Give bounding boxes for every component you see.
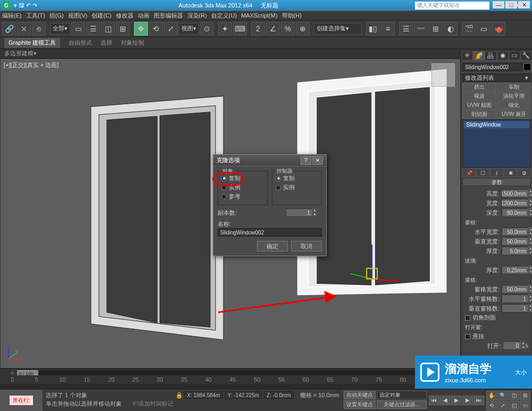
scale-icon[interactable]: ⤢ <box>164 22 178 36</box>
minimize-button[interactable]: — <box>493 1 504 9</box>
menu-animation[interactable]: 动画 <box>138 12 149 20</box>
add-time-tag[interactable]: 添加时间标记 <box>138 400 173 408</box>
prev-frame-icon[interactable]: ◀ <box>440 396 451 405</box>
ref-coord[interactable]: 视图 ▾ <box>179 23 199 35</box>
app-icon[interactable]: G <box>2 1 11 10</box>
ribbon-tab-selection[interactable]: 选择 <box>101 39 112 47</box>
ok-button[interactable]: 确定 <box>257 241 288 251</box>
rotate-icon[interactable]: ⟲ <box>149 22 163 36</box>
depth-spinner[interactable]: 80.0mm <box>502 208 528 217</box>
pivot-icon[interactable]: ⊙ <box>200 22 214 36</box>
menu-maxscript[interactable]: MAXScript(M) <box>241 12 277 19</box>
time-handle[interactable]: 0 / 100 <box>17 370 38 375</box>
mod-tessellate[interactable]: 细化 <box>497 101 531 110</box>
coord-y[interactable]: Y: -142.225m <box>225 391 262 399</box>
tab-hierarchy-icon[interactable]: 品 <box>485 51 496 61</box>
named-sel-set[interactable]: 创建选择集 ▾ <box>314 23 362 35</box>
goto-end-icon[interactable]: ⏭ <box>473 396 484 405</box>
radio-reference[interactable]: 参考 <box>221 192 264 200</box>
vpanels-spinner[interactable]: 1 <box>502 304 528 313</box>
mod-unwrap[interactable]: UVW 展开 <box>497 110 531 119</box>
stack-remove-icon[interactable]: ✖ <box>504 169 517 177</box>
object-name-field[interactable]: SlidingWindow002 <box>462 63 522 71</box>
key-selset[interactable]: 选定对象 <box>377 391 427 399</box>
maxscript-listener[interactable]: 所在行: <box>0 390 43 411</box>
quick-access[interactable]: ▾ 🖫 ↶ ↷ <box>14 2 37 9</box>
stack-show-icon[interactable]: ☐ <box>476 169 489 177</box>
mod-turbosmooth[interactable]: 涡轮平滑 <box>497 92 531 100</box>
chamfer-checkbox[interactable] <box>465 315 470 321</box>
selection-filter[interactable]: 全部 ▾ <box>50 23 70 35</box>
copies-spinner[interactable]: 1 <box>286 208 312 217</box>
menu-customize[interactable]: 自定义(U) <box>211 12 237 20</box>
mod-extrude[interactable]: 挤出 <box>462 83 496 91</box>
tab-utilities-icon[interactable]: 🔧 <box>520 51 532 61</box>
align-icon[interactable]: ≡ <box>381 22 395 36</box>
tab-motion-icon[interactable]: ◉ <box>497 51 509 61</box>
window-crossing-icon[interactable]: ⊞ <box>116 22 130 36</box>
coord-x[interactable]: X: 1884.584m <box>184 391 222 399</box>
menu-edit[interactable]: 编辑(E) <box>2 12 22 20</box>
vframe-spinner[interactable]: 50.0mm <box>502 237 528 246</box>
manip-icon[interactable]: ✦ <box>218 22 232 36</box>
mod-lathe[interactable]: 车削 <box>497 83 531 91</box>
render-setup-icon[interactable]: 🎬 <box>462 22 476 36</box>
tab-modify-icon[interactable]: 🌈 <box>473 51 485 61</box>
hframe-spinner[interactable]: 50.0mm <box>502 228 528 236</box>
unlink-icon[interactable]: ⤫ <box>17 22 31 36</box>
rollout-params[interactable]: 参数 <box>463 179 530 186</box>
stack-base[interactable]: SlidingWindow <box>464 121 529 128</box>
ribbon-tab-paint[interactable]: 对象绘制 <box>121 39 144 47</box>
fthick-spinner[interactable]: 5.0mm <box>502 247 528 255</box>
stack-config-icon[interactable]: ⚙ <box>518 169 531 177</box>
max-toggle-icon[interactable]: ◱ <box>509 401 519 410</box>
ribbon-tab-graphite[interactable]: Graphite 建模工具 <box>4 38 60 48</box>
render-frame-icon[interactable]: ▭ <box>477 22 491 36</box>
keyboard-icon[interactable]: ⌨ <box>233 22 247 36</box>
material-icon[interactable]: ◐ <box>444 22 458 36</box>
ribbon-tab-freeform[interactable]: 自由形式 <box>69 39 92 47</box>
mirror-icon[interactable]: ▮▯ <box>366 22 380 36</box>
snap-percent-icon[interactable]: % <box>281 22 295 36</box>
radio-instance[interactable]: 实例 <box>221 183 264 191</box>
menu-help[interactable]: 帮助(H) <box>282 12 302 20</box>
mod-slice[interactable]: 剖切面 <box>462 110 496 119</box>
autokey-button[interactable]: 自动关键点 <box>344 391 376 399</box>
radio-copy[interactable]: 复制 <box>221 174 264 182</box>
close-button[interactable]: ✕ <box>518 1 530 9</box>
link-icon[interactable]: 🔗 <box>2 22 16 36</box>
keyfilter-button[interactable]: 关键点过滤器... <box>377 400 427 409</box>
snap-angle-icon[interactable]: ∠ <box>266 22 280 36</box>
open-spinner[interactable]: 0 <box>503 341 521 350</box>
render-icon[interactable]: 🫖 <box>492 22 505 36</box>
select-region-icon[interactable]: ◫ <box>101 22 115 36</box>
setkey-button[interactable]: 设置关键点 <box>344 400 376 409</box>
menu-grapheditors[interactable]: 图形编辑器 <box>154 12 183 20</box>
select-icon[interactable]: ▭ <box>71 22 85 36</box>
stack-unique-icon[interactable]: ⅈ <box>490 169 503 177</box>
maximize-button[interactable]: □ <box>505 1 517 9</box>
hung-checkbox[interactable] <box>465 334 470 339</box>
menu-tools[interactable]: 工具(T) <box>26 12 45 20</box>
move-icon[interactable]: ✥ <box>134 22 148 36</box>
bind-icon[interactable]: ⎋ <box>32 22 46 36</box>
fov-icon[interactable]: ◫ <box>509 391 519 400</box>
object-color-swatch[interactable] <box>523 63 531 71</box>
select-name-icon[interactable]: ☰ <box>86 22 100 36</box>
height-spinner[interactable]: 1500.0mm <box>502 189 528 198</box>
curve-editor-icon[interactable]: 〰 <box>414 22 428 36</box>
stack-pin-icon[interactable]: 📌 <box>462 169 476 177</box>
mod-noise[interactable]: 噪波 <box>462 92 496 100</box>
menu-rendering[interactable]: 渲染(R) <box>187 12 207 20</box>
name-input[interactable]: SlidingWindow002 <box>218 228 322 237</box>
snap-2d-icon[interactable]: 2 <box>251 22 265 36</box>
viewcube[interactable] <box>431 63 455 87</box>
zoom-all-icon[interactable]: ⊞ <box>520 391 530 400</box>
goto-start-icon[interactable]: ⏮ <box>429 396 439 405</box>
width-spinner[interactable]: 1200.0mm <box>502 199 528 207</box>
ctrl-radio-copy[interactable]: 复制 <box>276 174 318 182</box>
zoom-icon[interactable]: 🔍 <box>497 391 508 400</box>
menu-create[interactable]: 创建(C) <box>92 12 111 20</box>
mod-uvwmap[interactable]: UVW 贴图 <box>462 101 496 110</box>
menu-modifiers[interactable]: 修改器 <box>116 12 134 20</box>
